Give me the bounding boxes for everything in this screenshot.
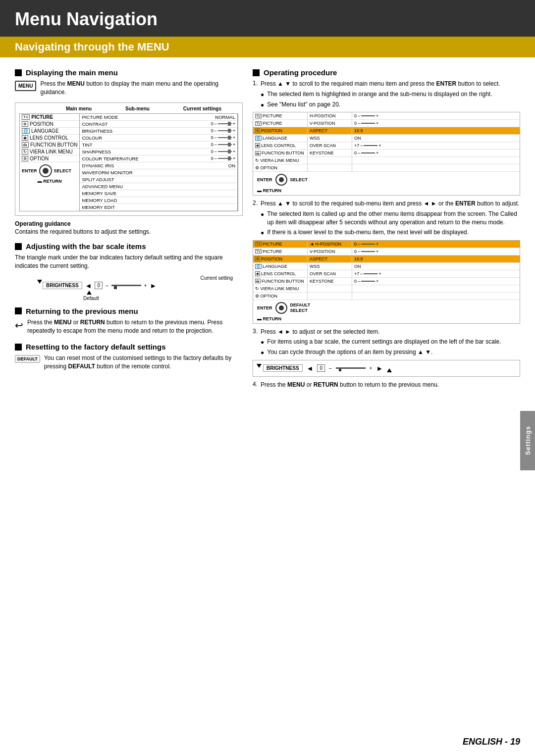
submenu-contrast: CONTRAST 0–+: [80, 121, 237, 128]
ms1-row-4: 🌐 LANGUAGE WSS ON: [253, 135, 520, 142]
contrast-bar: 0–+: [211, 121, 235, 126]
ms2-left-8: ⚙ OPTION: [253, 293, 308, 300]
submenu-memory-edit: MEMORY EDIT: [80, 204, 237, 211]
step-2-text: Press ▲ ▼ to scroll to the required sub-…: [261, 200, 519, 208]
colour-bar: 0–+: [211, 135, 235, 140]
displaying-text: Press the MENU button to display the mai…: [40, 80, 243, 97]
ms2-mid-6: KEYSTONE: [308, 278, 352, 285]
current-setting-label: Current setting: [40, 275, 233, 281]
triangle-down-container: [87, 291, 243, 295]
ms1-mid-6: KEYSTONE: [308, 150, 352, 156]
ms2-right-6: 0–+: [352, 278, 520, 285]
menu-diagram: Main menu Sub-menu Current settings TV P…: [15, 102, 243, 216]
footer-text: ENGLISH - 19: [463, 737, 520, 747]
brightness-bar: 0–+: [211, 128, 235, 133]
menu-screen-2: TV PICTURE ◄ H-POSITION 0–+ TV PICTURE V…: [253, 240, 520, 324]
ms2-enter-button: [275, 302, 287, 314]
brightness-bar-scale: [111, 285, 141, 286]
black-square-icon-5: [253, 69, 260, 76]
menu-item-language: 🌐 LANGUAGE: [20, 128, 79, 135]
square-marker: [114, 286, 117, 289]
plus-sign: +: [144, 283, 147, 288]
ms3-value: 0: [317, 364, 325, 372]
bullet-3a: ● For items using a bar scale, the curre…: [261, 338, 520, 347]
menu-diagram-columns: TV PICTURE ⊕ POSITION 🌐 LANGUAGE ◉ LENS …: [19, 113, 238, 211]
ms2-labels: DEFAULT SELECT: [290, 302, 311, 313]
page-footer: ENGLISH - 19: [463, 737, 520, 747]
sharpness-bar: 0–+: [211, 149, 235, 154]
return-label: ▬ RETURN: [20, 178, 79, 186]
resetting-section-title: Resetting to the factory default setting…: [15, 343, 243, 351]
ms2-return: ▬ RETURN: [253, 316, 520, 323]
step-1: 1. Press ▲ ▼ to scroll to the required m…: [253, 80, 520, 88]
submenu-memory-save: MEMORY SAVE: [80, 190, 237, 197]
ms1-mid-8: [308, 164, 352, 171]
section-header: Navigating through the MENU: [0, 37, 535, 57]
ms2-right-1: 0–+: [352, 241, 520, 248]
step-1-bullets: ● The selected item is highlighted in or…: [261, 90, 520, 109]
menu-item-option: ⚙ OPTION: [20, 155, 79, 162]
ms1-return: ▬ RETURN: [253, 188, 520, 195]
submenu-sharpness: SHARPNESS 0–+: [80, 149, 237, 155]
black-square-icon-3: [15, 307, 22, 314]
ms2-right-2: 0–+: [352, 248, 520, 255]
ms1-row-3: ⊕ POSITION ASPECT 16:9: [253, 127, 520, 135]
step-1-text: Press ▲ ▼ to scroll to the required main…: [261, 80, 500, 88]
op-guidance: Operating guidance Contains the required…: [15, 220, 243, 237]
submenu-colour: COLOUR 0–+: [80, 135, 237, 142]
ms1-mid-2: V-POSITION: [308, 120, 352, 127]
ms1-right-5: +7–+: [352, 142, 520, 149]
ms1-mid-7: [308, 157, 352, 164]
step-2: 2. Press ▲ ▼ to scroll to the required s…: [253, 200, 520, 208]
ms2-nav: ENTER DEFAULT SELECT: [253, 300, 520, 316]
submenu-picture-mode: PICTURE MODENORMAL: [80, 114, 237, 121]
bar-row: BRIGHTNESS ◄ 0 – + ►: [40, 282, 243, 290]
submenu-dynamic-iris: DYNAMIC IRISON: [80, 162, 237, 169]
ms3-bar: [336, 367, 366, 369]
menu-item-lens: ◉ LENS CONTROL: [20, 135, 79, 142]
ms1-right-4: ON: [352, 135, 520, 142]
ms1-right-2: 0–+: [352, 120, 520, 127]
ms3-triangle-down: [387, 368, 392, 372]
ms2-left-2: TV PICTURE: [253, 248, 308, 255]
ms1-mid-5: OVER SCAN: [308, 142, 352, 149]
left-arrow-brightness: ◄: [85, 282, 92, 290]
ms1-row-2: TV PICTURE V-POSITION 0–+: [253, 120, 520, 127]
resetting-text: You can reset most of the customised set…: [44, 354, 243, 371]
step-2-bullets: ● The selected item is called up and the…: [261, 210, 520, 237]
ms2-right-4: ON: [352, 263, 520, 270]
nav-controls-left: ENTER SELECT: [20, 162, 79, 178]
menu-screen-1: TV PICTURE H-POSITION 0–+ TV PICTURE V-P…: [253, 112, 520, 196]
enter-button: [39, 164, 52, 177]
ms1-left-7: ↻ VIERA LINK MENU: [253, 157, 308, 164]
ms1-mid-4: WSS: [308, 135, 352, 142]
triangle-down-icon: [87, 291, 92, 295]
black-square-icon-2: [15, 243, 22, 250]
default-label: Default: [83, 296, 243, 301]
submenu-tint: TINT 0–+: [80, 142, 237, 149]
black-square-icon-4: [15, 344, 22, 351]
ms3-left-arrow: ◄: [307, 364, 314, 372]
ms2-mid-1: ◄ H-POSITION: [308, 241, 352, 248]
current-settings-label: Current settings: [183, 106, 221, 111]
ms2-left-6: 🖮 FUNCTION BUTTON: [253, 278, 308, 285]
ms1-enter-button: [275, 174, 287, 186]
submenu-split: SPLIT ADJUST: [80, 176, 237, 183]
ms2-row-7: ↻ VIERA LINK MENU: [253, 285, 520, 293]
ms2-mid-7: [308, 285, 352, 292]
ms1-nav: ENTER SELECT: [253, 172, 520, 188]
ms2-default-label: DEFAULT: [290, 302, 311, 307]
page-title: Menu Navigation: [15, 9, 158, 29]
ms2-left-1: TV PICTURE: [253, 241, 308, 248]
sub-menu-label: Sub-menu: [125, 106, 150, 111]
left-column: Displaying the main menu MENU Press the …: [15, 62, 243, 391]
ms1-mid-1: H-POSITION: [308, 112, 352, 119]
ms1-left-1: TV PICTURE: [253, 112, 308, 119]
step-4: 4. Press the MENU or RETURN button to re…: [253, 381, 520, 389]
operating-section-title: Operating procedure: [253, 68, 520, 77]
default-button-icon: DEFAULT: [15, 355, 40, 363]
minus-sign: –: [106, 283, 108, 288]
bullet-1a: ● The selected item is highlighted in or…: [261, 90, 520, 99]
bullet-2b: ● If there is a lower level to the sub-m…: [261, 228, 520, 237]
right-arrow-brightness: ►: [150, 282, 157, 290]
